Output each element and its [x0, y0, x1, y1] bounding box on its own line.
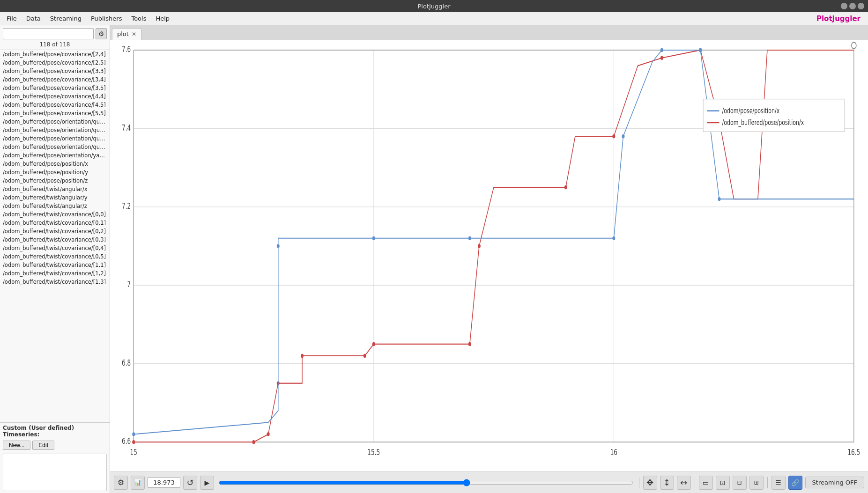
play-button[interactable]: ▶: [200, 476, 214, 490]
custom-ts-buttons: New... Edit: [0, 439, 110, 452]
list-item[interactable]: /odom_buffered/twist/covariance/[0,0]: [0, 210, 110, 219]
list-item[interactable]: /odom_buffered/pose/orientation/quat_x: [0, 126, 110, 134]
list-item[interactable]: /odom_buffered/twist/covariance/[0,1]: [0, 219, 110, 227]
svg-text:6.6: 6.6: [122, 436, 131, 446]
topic-count-label: 118 of 118: [0, 40, 110, 50]
bottom-toolbar: ⚙ 📊 18.973 ↺ ▶ ✥ ↕ ↔ ▭ ⊡ ⊟ ⊞ ☰ 🔗 Streami…: [110, 471, 868, 493]
series-dot: [364, 354, 366, 358]
fit-xy-button[interactable]: ⊞: [749, 476, 764, 490]
chart-button[interactable]: 📊: [131, 476, 145, 490]
brand-label: PlotJuggler: [816, 15, 866, 23]
move-tool-button[interactable]: ✥: [643, 476, 657, 490]
streaming-status[interactable]: Streaming OFF: [805, 477, 864, 488]
series-dot: [277, 244, 280, 248]
window-title: PlotJuggler: [417, 3, 450, 10]
table-button[interactable]: ☰: [772, 476, 786, 490]
series-dot: [301, 354, 304, 358]
list-item[interactable]: /odom_buffered/pose/position/x: [0, 160, 110, 168]
svg-text:7: 7: [127, 280, 131, 289]
list-item[interactable]: /odom_buffered/pose/covariance/[4,5]: [0, 101, 110, 109]
snap-button[interactable]: 🔗: [788, 476, 802, 490]
svg-text:7.4: 7.4: [122, 123, 131, 132]
svg-text:7.6: 7.6: [122, 44, 131, 54]
series-dot: [478, 244, 481, 248]
list-item[interactable]: /odom_buffered/twist/covariance/[0,2]: [0, 227, 110, 235]
series-dot: [699, 48, 702, 52]
series-dot: [622, 134, 624, 138]
menu-help[interactable]: Help: [151, 13, 174, 24]
menu-streaming[interactable]: Streaming: [45, 13, 86, 24]
list-item[interactable]: /odom_buffered/pose/position/z: [0, 177, 110, 185]
edit-ts-button[interactable]: Edit: [32, 441, 54, 450]
series-dot: [132, 440, 135, 444]
minimize-btn[interactable]: [841, 3, 847, 9]
list-item[interactable]: /odom_buffered/twist/angular/x: [0, 185, 110, 193]
menu-tools[interactable]: Tools: [126, 13, 151, 24]
series-dot: [660, 56, 663, 59]
list-item[interactable]: /odom_buffered/pose/covariance/[4,4]: [0, 92, 110, 101]
fit-h-button[interactable]: ⊟: [733, 476, 747, 490]
tab-close-icon[interactable]: ✕: [132, 31, 136, 37]
separator-3: [767, 477, 768, 488]
custom-ts-area: [3, 454, 107, 491]
fit-v-button[interactable]: ⊡: [716, 476, 730, 490]
titlebar: PlotJuggler: [0, 0, 868, 12]
list-item[interactable]: /odom_buffered/pose/orientation/quat_y: [0, 134, 110, 143]
settings-button[interactable]: ⚙: [114, 476, 128, 490]
list-item[interactable]: /odom_buffered/twist/covariance/[0,5]: [0, 252, 110, 261]
tabbar: plot ✕: [110, 25, 868, 40]
legend-label-blue: /odom/pose/position/x: [722, 107, 779, 115]
plot-container: 6.6 6.8 7 7.2 7.4 7.6 15 15.5 16 16.5: [110, 40, 868, 471]
content-area: plot ✕: [110, 25, 868, 493]
zoom-rect-button[interactable]: ▭: [699, 476, 713, 490]
window-controls[interactable]: [841, 3, 864, 9]
series-dot: [468, 342, 471, 346]
series-dot: [252, 440, 255, 444]
list-item[interactable]: /odom_buffered/pose/orientation/quat_z: [0, 143, 110, 151]
zoom-h-button[interactable]: ↔: [677, 476, 691, 490]
search-row: ⚙: [0, 25, 110, 40]
series-dot: [132, 432, 135, 436]
close-btn[interactable]: [858, 3, 864, 9]
list-item[interactable]: /odom_buffered/pose/orientation/yaw_degr…: [0, 151, 110, 160]
new-ts-button[interactable]: New...: [3, 441, 30, 450]
list-item[interactable]: /odom_buffered/pose/covariance/[3,4]: [0, 75, 110, 84]
svg-text:16: 16: [610, 448, 617, 457]
play-slider[interactable]: [219, 478, 633, 487]
menu-publishers[interactable]: Publishers: [86, 13, 126, 24]
svg-text:15.5: 15.5: [367, 448, 380, 457]
zoom-v-button[interactable]: ↕: [660, 476, 674, 490]
series-dot: [468, 236, 471, 240]
list-item[interactable]: /odom_buffered/twist/covariance/[1,2]: [0, 269, 110, 278]
list-item[interactable]: /odom_buffered/twist/covariance/[1,1]: [0, 261, 110, 269]
maximize-btn[interactable]: [849, 3, 856, 9]
chart-svg: 6.6 6.8 7 7.2 7.4 7.6 15 15.5 16 16.5: [110, 40, 868, 471]
list-item[interactable]: /odom_buffered/twist/covariance/[0,3]: [0, 235, 110, 244]
list-item[interactable]: /odom_buffered/pose/position/y: [0, 168, 110, 177]
separator-2: [695, 477, 695, 488]
list-item[interactable]: /odom_buffered/pose/covariance/[2,5]: [0, 59, 110, 67]
list-item[interactable]: /odom_buffered/pose/covariance/[3,3]: [0, 67, 110, 75]
series-dot: [564, 185, 567, 189]
list-item[interactable]: /odom_buffered/twist/covariance/[0,4]: [0, 244, 110, 252]
list-item[interactable]: /odom_buffered/pose/covariance/[5,5]: [0, 109, 110, 118]
topic-list[interactable]: /odom_buffered/pose/covariance/[2,4]/odo…: [0, 50, 110, 422]
tab-plot[interactable]: plot ✕: [112, 28, 141, 40]
list-item[interactable]: /odom_buffered/twist/angular/y: [0, 193, 110, 202]
series-dot: [612, 236, 615, 240]
search-input[interactable]: [3, 28, 94, 39]
sidebar-settings-button[interactable]: ⚙: [96, 28, 107, 39]
refresh-button[interactable]: ↺: [183, 476, 197, 490]
list-item[interactable]: /odom_buffered/twist/covariance/[1,3]: [0, 278, 110, 286]
series-dot: [372, 342, 375, 346]
list-item[interactable]: /odom_buffered/pose/covariance/[2,4]: [0, 50, 110, 59]
list-item[interactable]: /odom_buffered/pose/orientation/quat_w: [0, 118, 110, 126]
list-item[interactable]: /odom_buffered/pose/covariance/[3,5]: [0, 84, 110, 92]
list-item[interactable]: /odom_buffered/twist/angular/z: [0, 202, 110, 210]
time-display: 18.973: [148, 477, 180, 488]
sidebar: ⚙ 118 of 118 /odom_buffered/pose/covaria…: [0, 25, 110, 493]
menu-data[interactable]: Data: [22, 13, 45, 24]
menu-file[interactable]: File: [2, 13, 22, 24]
series-dot: [612, 134, 615, 138]
svg-text:16.5: 16.5: [847, 448, 860, 457]
